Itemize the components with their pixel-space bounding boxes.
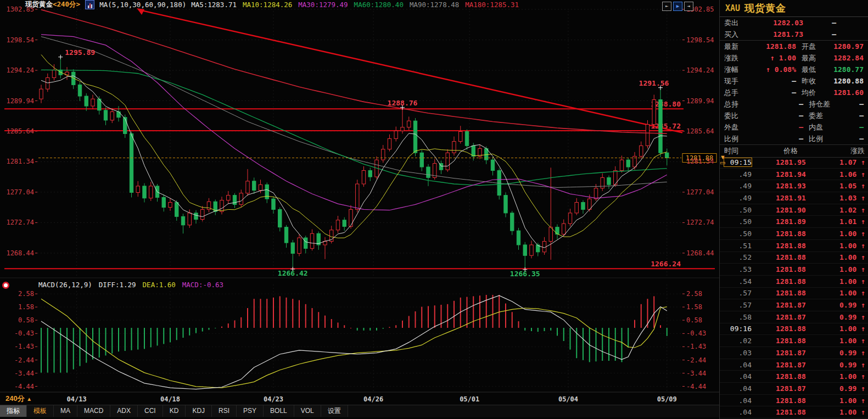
svg-text:05/04: 05/04 (558, 395, 578, 403)
svg-text:-3.44: -3.44 (14, 370, 34, 377)
chart-play-icon[interactable]: ▶ (673, 2, 682, 11)
svg-text:-2.44: -2.44 (14, 356, 34, 364)
ma-legend-item: MA5:1283.71 (191, 1, 237, 9)
svg-text:04/13: 04/13 (67, 395, 87, 403)
svg-text:1.58: 1.58 (18, 303, 34, 311)
svg-text:1294.24: 1294.24 (686, 66, 714, 74)
chart-range-right-icon[interactable]: ⇥ (684, 2, 693, 11)
svg-text:-0.43: -0.43 (686, 329, 706, 337)
indicator-target-icon[interactable] (2, 282, 9, 289)
svg-text:05/01: 05/01 (460, 395, 479, 403)
tick-row: 09:151281.951.07 ↑ (720, 157, 868, 169)
quote-row: 外盘—内盘— (720, 121, 868, 133)
toolbar-tab-MA[interactable]: MA (54, 405, 77, 417)
macd-legend-item: DIFF:1.29 (99, 281, 136, 289)
ma-group-label: MA(5,10,30,60,90,180) (99, 1, 186, 9)
svg-text:2.58: 2.58 (686, 290, 702, 298)
tick-row: .511281.881.00 ↑ (720, 240, 868, 252)
tick-row: .531281.881.00 ↑ (720, 264, 868, 276)
svg-text:1285.64: 1285.64 (6, 127, 34, 135)
tick-list-header: 时间价格涨跌 (720, 144, 868, 158)
svg-text:1277.04: 1277.04 (6, 188, 34, 196)
svg-text:1268.44: 1268.44 (6, 249, 34, 257)
toolbar-tab-CCI[interactable]: CCI (138, 405, 163, 417)
toolbar-tab-ADX[interactable]: ADX (110, 405, 138, 417)
quote-row: 委比—委差— (720, 110, 868, 121)
quote-row: 涨幅↑ 0.08%最低1280.77 (720, 64, 868, 75)
current-row-marker-icon[interactable]: ▼▭ (720, 154, 726, 165)
svg-text:04/23: 04/23 (264, 395, 283, 403)
chart-legend: 现货黄金<240分> MA(5,10,30,60,90,180) MA5:128… (25, 1, 519, 9)
chart-range-left-icon[interactable]: ⇤ (662, 2, 671, 11)
svg-text:1288.76: 1288.76 (388, 99, 418, 107)
svg-text:1291.56: 1291.56 (639, 79, 669, 87)
macd-legend-item: MACD:-0.63 (182, 281, 223, 289)
svg-text:0.58: 0.58 (18, 316, 34, 324)
toolbar-tab-模板[interactable]: 模板 (27, 405, 54, 417)
svg-text:-2.44: -2.44 (686, 356, 706, 364)
svg-text:1289.94: 1289.94 (686, 97, 714, 105)
svg-text:1298.54: 1298.54 (686, 36, 714, 44)
tick-row: .541281.881.00 ↑ (720, 276, 868, 288)
svg-text:04/26: 04/26 (363, 395, 383, 403)
trading-app: 1288.801285.721266.241281.881295.891288.… (0, 0, 868, 419)
ma-legend-item: MA90:1278.48 (410, 1, 459, 9)
svg-text:-1.43: -1.43 (686, 343, 706, 350)
quote-row: 涨跌↑ 1.00最高1282.84 (720, 52, 868, 64)
toolbar-tab-RSI[interactable]: RSI (212, 405, 237, 417)
quote-panel: XAU 现货黄金 卖出1282.03—买入1281.73— 最新1281.88开… (719, 0, 868, 419)
quote-row: 总持—持仓差— (720, 98, 868, 110)
macd-legend: MACD(26,12,9) DIFF:1.29DEA:1.60MACD:-0.6… (38, 281, 223, 289)
toolbar-tab-PSY[interactable]: PSY (237, 405, 264, 417)
toolbar-tab-KDJ[interactable]: KDJ (186, 405, 212, 417)
tick-row: 09:161281.881.00 ↑ (720, 323, 868, 336)
interval-footer-button[interactable]: 240分 ▲ (5, 394, 32, 404)
tick-row: .021281.881.00 ↑ (720, 335, 868, 347)
svg-text:1266.24: 1266.24 (651, 260, 681, 268)
quote-row: 买入1281.73— (720, 29, 868, 40)
ma-legend-icon (85, 0, 94, 9)
quote-row: 现手—昨收1280.88 (720, 75, 868, 87)
toolbar-tab-VOL[interactable]: VOL (294, 405, 321, 417)
tick-row: .581281.870.99 ↑ (720, 311, 868, 323)
ma-legend-item: MA180:1285.31 (465, 1, 519, 9)
tick-row: .501281.901.02 ↑ (720, 204, 868, 216)
tick-row: .501281.881.00 ↑ (720, 228, 868, 240)
triangle-up-icon: ▲ (26, 396, 32, 402)
svg-text:-1.43: -1.43 (14, 343, 34, 350)
tick-row: .571281.870.99 ↑ (720, 299, 868, 311)
ma-values: MA5:1283.71MA10:1284.26MA30:1279.49MA60:… (191, 1, 519, 9)
svg-text:1285.64: 1285.64 (686, 127, 714, 135)
toolbar-tab-MACD[interactable]: MACD (77, 405, 110, 417)
toolbar-tab-KD[interactable]: KD (163, 405, 186, 417)
tick-list[interactable]: 09:151281.951.07 ↑.491281.941.06 ↑.49128… (720, 157, 868, 419)
svg-text:-3.44: -3.44 (686, 370, 706, 377)
candlestick-chart[interactable]: 1288.801285.721266.241281.881295.891288.… (0, 0, 719, 419)
toolbar-tab-BOLL[interactable]: BOLL (264, 405, 294, 417)
svg-text:1289.94: 1289.94 (6, 97, 34, 105)
svg-text:1298.54: 1298.54 (6, 36, 34, 44)
svg-text:04/18: 04/18 (160, 395, 180, 403)
svg-text:-0.43: -0.43 (14, 329, 34, 337)
svg-text:1268.44: 1268.44 (686, 249, 714, 257)
svg-text:1294.24: 1294.24 (6, 66, 34, 74)
svg-text:05/09: 05/09 (657, 395, 677, 403)
tick-row: .041281.881.00 ↑ (720, 406, 868, 418)
svg-text:1295.89: 1295.89 (65, 48, 95, 57)
symbol-name: 现货黄金 (744, 2, 786, 15)
tick-row: .041281.881.00 ↑ (720, 371, 868, 383)
ma-legend-item: MA60:1280.40 (354, 1, 404, 9)
tick-row: .491281.911.03 ↑ (720, 192, 868, 204)
symbol-title: 现货黄金 (25, 0, 53, 8)
toolbar-tab-指标[interactable]: 指标 (0, 405, 27, 417)
tick-row: .041281.870.99 ↑ (720, 383, 868, 395)
tick-row: .571281.881.00 ↑ (720, 288, 868, 300)
quote-row: 最新1281.88开盘1280.97 (720, 41, 868, 52)
svg-text:1281.34: 1281.34 (6, 158, 34, 165)
tick-row: .491281.931.05 ↑ (720, 180, 868, 192)
toolbar-tab-设置[interactable]: 设置 (321, 405, 348, 417)
svg-text:1272.74: 1272.74 (686, 219, 714, 226)
tick-row: .041281.870.99 ↑ (720, 359, 868, 371)
tick-row: .041281.881.00 ↑ (720, 395, 868, 407)
macd-legend-item: DEA:1.60 (143, 281, 176, 289)
